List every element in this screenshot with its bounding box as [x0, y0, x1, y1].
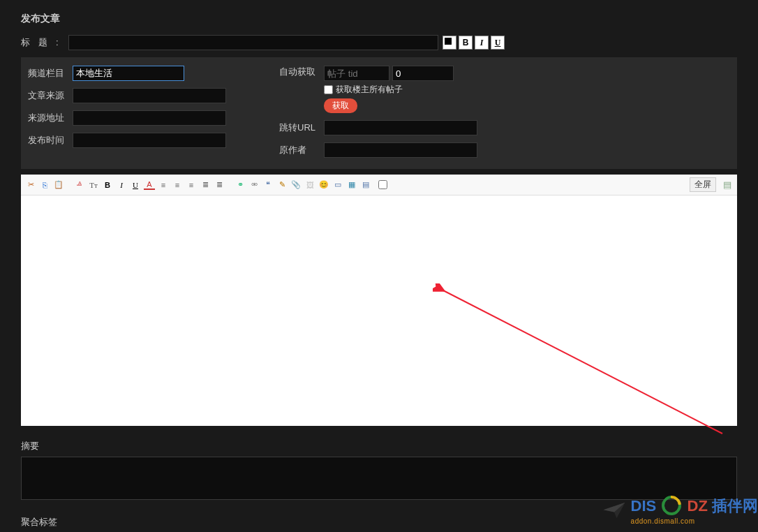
paperplane-icon: [602, 501, 627, 519]
channel-label: 频道栏目: [28, 67, 73, 80]
editor-body[interactable]: [21, 195, 737, 426]
bgcolor-button[interactable]: [443, 36, 456, 50]
num-input[interactable]: [392, 66, 454, 81]
alignleft-icon[interactable]: ≡: [158, 179, 169, 191]
title-input[interactable]: [68, 35, 438, 50]
fontcolor-icon[interactable]: A: [144, 180, 155, 190]
underline-button[interactable]: U: [491, 36, 505, 50]
code-icon[interactable]: ✎: [276, 179, 288, 191]
editor: ✂ ⎘ 📋 ᴬ̶ Tт B I U A ≡ ≡ ≡ ≣ ≣ ⚭ ⚮ ❝ ✎ 📎 …: [21, 175, 737, 426]
watermark: DIS DZ 插伴网 addon.dismall.com: [602, 496, 758, 525]
table-icon[interactable]: ▦: [346, 179, 357, 191]
fullscreen-button[interactable]: 全屏: [690, 177, 716, 192]
fontname-icon[interactable]: Tт: [88, 179, 99, 191]
link-icon[interactable]: ⚭: [235, 179, 246, 191]
pubtime-label: 发布时间: [28, 134, 73, 147]
attach-icon[interactable]: 📎: [290, 179, 302, 191]
unorderedlist-icon[interactable]: ≣: [214, 179, 225, 191]
paste-icon[interactable]: 📋: [53, 179, 64, 191]
removeformat-icon[interactable]: ᴬ̶: [74, 179, 85, 191]
copy-icon[interactable]: ⎘: [39, 179, 50, 191]
editor-toolbar: ✂ ⎘ 📋 ᴬ̶ Tт B I U A ≡ ≡ ≡ ≣ ≣ ⚭ ⚮ ❝ ✎ 📎 …: [21, 175, 737, 195]
source-icon[interactable]: ▤: [722, 179, 733, 191]
watermark-url: addon.dismall.com: [631, 518, 758, 525]
title-row: 标题 B I U: [0, 35, 758, 57]
alignright-icon[interactable]: ≡: [186, 179, 197, 191]
tid-input[interactable]: [324, 66, 389, 81]
bold-button[interactable]: B: [459, 36, 473, 50]
page-title: 发布文章: [0, 0, 758, 35]
italic-icon[interactable]: I: [116, 179, 127, 191]
quote-icon[interactable]: ❝: [262, 179, 274, 191]
autofetch-label: 自动获取: [279, 66, 324, 78]
source-url-input[interactable]: [73, 110, 226, 126]
author-input[interactable]: [324, 142, 477, 158]
meta-panel: 频道栏目 文章来源 来源地址 发布时间 自动获取: [21, 57, 737, 169]
channel-input[interactable]: [73, 66, 184, 81]
redirect-url-label: 跳转URL: [279, 121, 324, 134]
toolbar-end-checkbox[interactable]: [378, 180, 387, 189]
fetch-all-row[interactable]: 获取楼主所有帖子: [324, 84, 403, 96]
abstract-label: 摘要: [0, 426, 758, 457]
emoji-icon[interactable]: 😊: [318, 179, 329, 191]
unlink-icon[interactable]: ⚮: [248, 179, 260, 191]
watermark-brand: DIS DZ 插伴网: [631, 496, 758, 518]
redirect-url-input[interactable]: [324, 120, 477, 135]
underline-icon[interactable]: U: [130, 179, 141, 191]
media-icon[interactable]: ▭: [332, 179, 343, 191]
italic-button[interactable]: I: [475, 36, 489, 50]
source-label: 文章来源: [28, 89, 73, 102]
author-label: 原作者: [279, 144, 324, 156]
fetch-all-label: 获取楼主所有帖子: [336, 84, 403, 96]
fetch-button[interactable]: 获取: [324, 98, 357, 113]
orderedlist-icon[interactable]: ≣: [200, 179, 211, 191]
abstract-input[interactable]: [21, 457, 737, 500]
page-icon[interactable]: ▤: [360, 179, 371, 191]
title-label: 标题: [21, 36, 68, 49]
pubtime-input[interactable]: [73, 133, 226, 148]
source-url-label: 来源地址: [28, 112, 73, 124]
fetch-all-checkbox[interactable]: [324, 85, 333, 94]
aligncenter-icon[interactable]: ≡: [172, 179, 183, 191]
source-input[interactable]: [73, 88, 226, 103]
title-format-buttons: B I U: [443, 36, 505, 50]
cut-icon[interactable]: ✂: [25, 179, 36, 191]
bold-icon[interactable]: B: [102, 179, 113, 191]
image-icon[interactable]: 🖼: [304, 179, 315, 191]
